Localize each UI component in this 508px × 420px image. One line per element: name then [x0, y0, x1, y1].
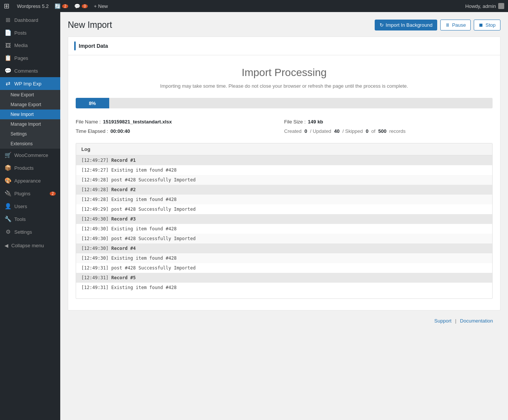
sidebar-item-comments[interactable]: 💬 Comments [0, 64, 60, 77]
sidebar-label-tools: Tools [14, 216, 26, 222]
records-label: records [388, 128, 406, 134]
site-name-item[interactable]: Wordpress 5.2 [17, 3, 49, 9]
sidebar-item-media[interactable]: 🖼 Media [0, 39, 60, 52]
log-title: Log [81, 146, 90, 152]
woocommerce-icon: 🛒 [5, 152, 11, 158]
sidebar-wp-imp-section: ⇄ WP Imp Exp New Export Manage Export Ne… [0, 77, 60, 149]
stop-icon: ⏹ [479, 22, 484, 28]
sidebar-label-woocommerce: WooCommerce [14, 152, 48, 158]
sidebar-item-products[interactable]: 📦 Products [0, 161, 60, 174]
file-size-value: 149 kb [308, 119, 323, 125]
updates-item[interactable]: 🔄 2 [55, 3, 68, 9]
card-header: Import Data [68, 37, 500, 55]
sidebar-label-new-export: New Export [11, 92, 34, 97]
comments-item[interactable]: 💬 0 [74, 3, 88, 9]
import-card: Import Data Import Processing Importing … [68, 37, 500, 310]
skipped-separator: / Skipped [341, 128, 364, 134]
header-buttons: ↻ Import In Background ⏸ Pause ⏹ Stop [375, 20, 500, 30]
sidebar-item-woocommerce[interactable]: 🛒 WooCommerce [0, 149, 60, 161]
sidebar-item-extensions[interactable]: Extensions [0, 139, 60, 149]
pause-button[interactable]: ⏸ Pause [440, 20, 471, 30]
refresh-icon: ↻ [380, 22, 384, 28]
appearance-icon: 🎨 [5, 177, 11, 184]
stop-button[interactable]: ⏹ Stop [474, 20, 500, 30]
log-container: Log [12:49:27] Record #1[12:49:27] Exist… [76, 143, 493, 299]
sidebar-submenu-wp-imp-exp: New Export Manage Export New Import Mana… [0, 90, 60, 149]
users-icon: 👤 [5, 203, 11, 210]
sidebar-label-plugins: Plugins [14, 191, 31, 196]
media-icon: 🖼 [5, 42, 11, 49]
comments-icon: 💬 [74, 3, 80, 9]
file-name-value: 1519159821_teststandart.xlsx [103, 119, 172, 125]
log-entry: [12:49:27] Existing item found #428 [76, 165, 492, 175]
sidebar-label-manage-export: Manage Export [11, 102, 41, 107]
new-label: + New [94, 3, 108, 9]
sidebar-item-pages[interactable]: 📋 Pages [0, 52, 60, 64]
sidebar-label-extensions: Extensions [11, 141, 33, 146]
adminbar-right: Howdy, admin [465, 3, 504, 9]
time-elapsed-label: Time Elapsed : [76, 128, 108, 134]
import-processing-subtitle: Importing may take some time. Please do … [76, 83, 493, 89]
sidebar-item-plugins[interactable]: 🔌 Plugins 2 [0, 187, 60, 200]
records-stats: Created 0 / Updated 40 / Skipped 0 of 50… [284, 128, 406, 134]
support-link[interactable]: Support [434, 318, 452, 324]
sidebar-item-settings-sub[interactable]: Settings [0, 129, 60, 139]
total-value: 500 [378, 128, 386, 134]
log-entry: [12:49:30] post #428 Successfully Import… [76, 234, 492, 243]
sidebar-item-new-import[interactable]: New Import [0, 110, 60, 119]
updated-value: 40 [334, 128, 339, 134]
log-entry: [12:49:29] post #428 Successfully Import… [76, 204, 492, 214]
page-header: New Import ↻ Import In Background ⏸ Paus… [68, 20, 500, 30]
log-entry: [12:49:28] Record #2 [76, 185, 492, 195]
of-separator: of [370, 128, 377, 134]
new-content-item[interactable]: + New [94, 3, 108, 9]
log-body[interactable]: [12:49:27] Record #1[12:49:27] Existing … [76, 155, 492, 298]
sidebar-item-new-export[interactable]: New Export [0, 90, 60, 100]
sidebar-label-users: Users [14, 204, 27, 209]
stop-label: Stop [485, 22, 496, 28]
sidebar-label-dashboard: Dashboard [14, 17, 38, 23]
sidebar-item-manage-export[interactable]: Manage Export [0, 100, 60, 110]
collapse-icon: ◀ [5, 243, 8, 248]
sidebar: ⊞ Dashboard 📄 Posts 🖼 Media 📋 Pages 💬 Co… [0, 12, 60, 420]
sidebar-label-new-import: New Import [11, 112, 34, 117]
file-info-grid: File Name : 1519159821_teststandart.xlsx… [76, 119, 493, 134]
pages-icon: 📋 [5, 55, 11, 61]
footer-separator: | [455, 318, 456, 324]
sidebar-label-manage-import: Manage Import [11, 122, 41, 127]
sidebar-label-media: Media [14, 43, 27, 48]
skipped-value: 0 [366, 128, 368, 134]
log-entry: [12:49:28] post #428 Successfully Import… [76, 175, 492, 185]
page-title: New Import [68, 20, 112, 30]
sidebar-item-dashboard[interactable]: ⊞ Dashboard [0, 14, 60, 26]
import-background-button[interactable]: ↻ Import In Background [375, 20, 437, 30]
comments-nav-icon: 💬 [5, 67, 11, 74]
sidebar-item-manage-import[interactable]: Manage Import [0, 119, 60, 129]
time-elapsed-value: 00:00:40 [110, 128, 130, 134]
settings-icon: ⚙ [5, 228, 11, 235]
log-entry: [12:49:31] Record #5 [76, 273, 492, 283]
sidebar-label-pages: Pages [14, 55, 28, 61]
plugins-badge: 2 [50, 192, 56, 196]
documentation-link[interactable]: Documentation [460, 318, 493, 324]
progress-bar-fill: 8% [76, 98, 109, 108]
sidebar-label-settings: Settings [14, 229, 32, 235]
collapse-label: Collapse menu [11, 243, 44, 248]
card-header-accent [74, 41, 76, 50]
import-background-label: Import In Background [386, 22, 432, 28]
sidebar-item-users[interactable]: 👤 Users [0, 200, 60, 213]
file-name-label: File Name : [76, 119, 101, 125]
updates-badge: 2 [62, 4, 68, 8]
sidebar-label-products: Products [14, 165, 34, 171]
collapse-menu-button[interactable]: ◀ Collapse menu [0, 240, 60, 251]
log-entry: [12:49:31] Existing item found #428 [76, 283, 492, 292]
sidebar-item-tools[interactable]: 🔧 Tools [0, 213, 60, 225]
sidebar-item-wp-imp-exp[interactable]: ⇄ WP Imp Exp [0, 77, 60, 90]
card-body: Import Processing Importing may take som… [68, 55, 500, 310]
file-size-label: File Size : [284, 119, 306, 125]
records-stats-row: Created 0 / Updated 40 / Skipped 0 of 50… [284, 128, 493, 134]
sidebar-item-posts[interactable]: 📄 Posts [0, 26, 60, 39]
sidebar-item-appearance[interactable]: 🎨 Appearance [0, 174, 60, 187]
footer: Support | Documentation [68, 310, 500, 331]
sidebar-item-settings[interactable]: ⚙ Settings [0, 225, 60, 238]
